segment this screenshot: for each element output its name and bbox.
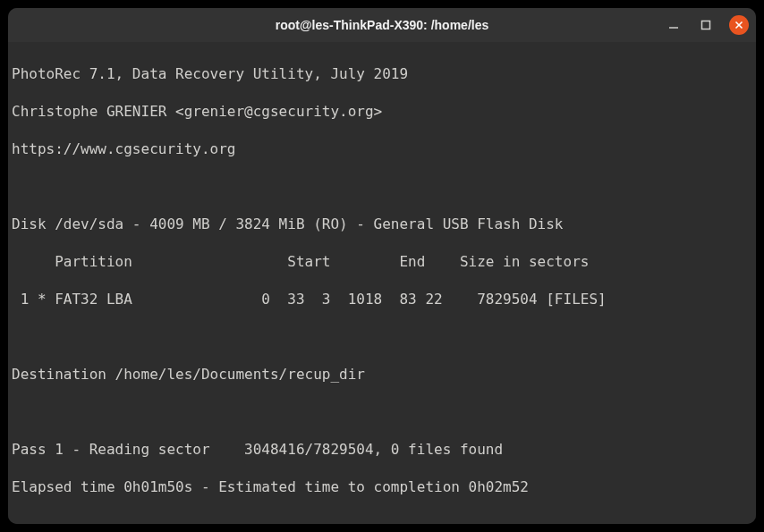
elapsed-time-line: Elapsed time 0h01m50s - Estimated time t… — [12, 477, 752, 496]
blank-line — [12, 402, 752, 421]
destination-line: Destination /home/les/Documents/recup_di… — [12, 365, 752, 384]
maximize-button[interactable] — [697, 16, 715, 34]
app-header-line: PhotoRec 7.1, Data Recovery Utility, Jul… — [12, 64, 752, 83]
minimize-icon — [668, 20, 679, 30]
close-button[interactable] — [729, 15, 749, 35]
window-title: root@les-ThinkPad-X390: /home/les — [276, 18, 489, 32]
partition-row-line: 1 * FAT32 LBA 0 33 3 1018 83 22 7829504 … — [12, 290, 752, 308]
window-controls — [665, 8, 749, 42]
minimize-button[interactable] — [665, 16, 683, 34]
terminal-body: PhotoRec 7.1, Data Recovery Utility, Jul… — [8, 42, 756, 524]
app-url-line: https://www.cgsecurity.org — [12, 139, 752, 158]
maximize-icon — [700, 20, 711, 30]
svg-rect-1 — [702, 21, 710, 30]
app-author-line: Christophe GRENIER <grenier@cgsecurity.o… — [12, 102, 752, 121]
partition-header-line: Partition Start End Size in sectors — [12, 252, 752, 271]
close-icon — [734, 21, 743, 30]
pass-progress-line: Pass 1 - Reading sector 3048416/7829504,… — [12, 440, 752, 459]
disk-info-line: Disk /dev/sda - 4009 MB / 3824 MiB (RO) … — [12, 215, 752, 233]
titlebar: root@les-ThinkPad-X390: /home/les — [8, 8, 756, 42]
blank-line — [12, 327, 752, 346]
blank-line — [12, 177, 752, 196]
terminal-window: root@les-ThinkPad-X390: /home/les PhotoR… — [8, 8, 756, 524]
